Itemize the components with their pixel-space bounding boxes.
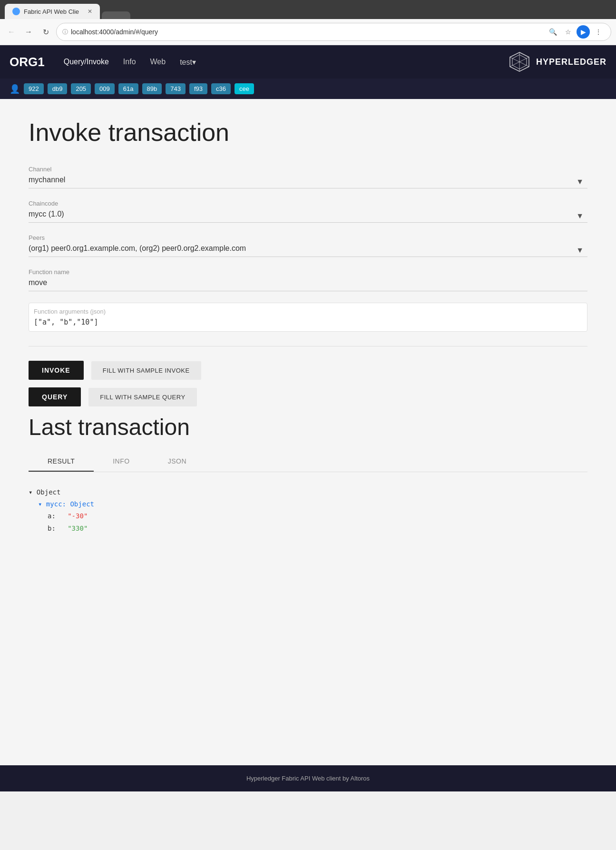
function-args-wrapper[interactable]: Function arguments (json) ["a", "b","10"… bbox=[29, 303, 587, 332]
peer-bar: 👤 922 db9 205 009 61a 89b 743 f93 c36 ce… bbox=[0, 79, 616, 99]
browser-chrome: Fabric API Web Clie ✕ bbox=[0, 0, 616, 19]
channel-label: Channel bbox=[29, 166, 587, 173]
tab-favicon bbox=[12, 8, 20, 15]
tab-info[interactable]: INFO bbox=[94, 452, 148, 472]
section-divider bbox=[29, 346, 587, 346]
peer-badge-61a[interactable]: 61a bbox=[118, 83, 138, 94]
address-input[interactable] bbox=[71, 28, 543, 36]
nav-web[interactable]: Web bbox=[150, 58, 166, 66]
main-nav: Query/Invoke Info Web test▾ bbox=[64, 58, 508, 67]
peer-badge-205[interactable]: 205 bbox=[71, 83, 91, 94]
peer-badge-db9[interactable]: db9 bbox=[48, 83, 68, 94]
tab-json[interactable]: JSON bbox=[149, 452, 205, 472]
result-b-key: b: bbox=[48, 524, 56, 532]
peer-badge-89b[interactable]: 89b bbox=[142, 83, 162, 94]
tx-result-content: ▾ Object ▾ mycc: Object a: "-30" b: "330… bbox=[29, 482, 587, 539]
chaincode-select-wrapper: mycc (1.0) ▼ bbox=[29, 210, 587, 223]
peers-field: Peers (org1) peer0.org1.example.com, (or… bbox=[29, 234, 587, 257]
bookmark-button[interactable]: ☆ bbox=[561, 25, 575, 39]
result-child: ▾ mycc: Object bbox=[38, 498, 587, 510]
peer-badge-009[interactable]: 009 bbox=[95, 83, 115, 94]
chaincode-select[interactable]: mycc (1.0) bbox=[29, 210, 587, 218]
invoke-button-row: INVOKE FILL WITH SAMPLE INVOKE bbox=[29, 361, 587, 380]
secure-icon: ⓘ bbox=[62, 28, 68, 36]
tab-close-button[interactable]: ✕ bbox=[88, 8, 92, 15]
result-a-key: a: bbox=[48, 512, 56, 520]
peer-badge-c36[interactable]: c36 bbox=[211, 83, 231, 94]
fill-invoke-button[interactable]: FILL WITH SAMPLE INVOKE bbox=[91, 361, 201, 380]
function-name-input-wrapper bbox=[29, 278, 587, 291]
peer-bar-icon: 👤 bbox=[10, 84, 20, 94]
result-b-value: "330" bbox=[68, 524, 88, 532]
forward-button[interactable]: → bbox=[22, 25, 35, 39]
peer-badge-cee[interactable]: cee bbox=[235, 83, 254, 94]
nav-test[interactable]: test▾ bbox=[180, 58, 196, 67]
channel-select[interactable]: mychannel bbox=[29, 176, 587, 184]
tab-title: Fabric API Web Clie bbox=[24, 8, 79, 15]
page-title: Invoke transaction bbox=[29, 118, 587, 147]
app-header: ORG1 Query/Invoke Info Web test▾ HYPERLE… bbox=[0, 45, 616, 79]
main-content: Invoke transaction Channel mychannel ▼ C… bbox=[0, 99, 616, 765]
cast-button[interactable]: ▶ bbox=[577, 25, 590, 39]
menu-button[interactable]: ⋮ bbox=[592, 25, 605, 39]
address-actions: 🔍 ☆ ▶ ⋮ bbox=[546, 25, 605, 39]
tab-bar: Fabric API Web Clie ✕ bbox=[5, 4, 611, 19]
org-title: ORG1 bbox=[10, 55, 45, 69]
peers-label: Peers bbox=[29, 234, 587, 241]
peer-badge-743[interactable]: 743 bbox=[166, 83, 186, 94]
hyperledger-text: HYPERLEDGER bbox=[536, 57, 606, 67]
function-name-input[interactable] bbox=[29, 278, 587, 287]
active-tab[interactable]: Fabric API Web Clie ✕ bbox=[5, 4, 100, 19]
function-args-placeholder: Function arguments (json) bbox=[34, 308, 582, 315]
address-bar[interactable]: ⓘ 🔍 ☆ ▶ ⋮ bbox=[56, 23, 611, 41]
peers-select-wrapper: (org1) peer0.org1.example.com, (org2) pe… bbox=[29, 244, 587, 257]
result-a-row: a: "-30" bbox=[48, 510, 587, 522]
result-b-row: b: "330" bbox=[48, 523, 587, 534]
tx-tabs: RESULT INFO JSON bbox=[29, 452, 587, 472]
peers-select[interactable]: (org1) peer0.org1.example.com, (org2) pe… bbox=[29, 244, 587, 252]
search-icon-btn[interactable]: 🔍 bbox=[546, 25, 559, 39]
footer-text: Hyperledger Fabric API Web client by Alt… bbox=[246, 775, 370, 782]
function-name-field: Function name bbox=[29, 268, 587, 291]
last-tx-title: Last transaction bbox=[29, 414, 587, 440]
query-button-row: QUERY FILL WITH SAMPLE QUERY bbox=[29, 387, 587, 406]
peer-badge-922[interactable]: 922 bbox=[24, 83, 44, 94]
nav-info[interactable]: Info bbox=[123, 58, 136, 66]
channel-field: Channel mychannel ▼ bbox=[29, 166, 587, 188]
nav-query-invoke[interactable]: Query/Invoke bbox=[64, 58, 109, 66]
peer-badge-f93[interactable]: f93 bbox=[189, 83, 207, 94]
chaincode-label: Chaincode bbox=[29, 200, 587, 207]
hyperledger-logo: HYPERLEDGER bbox=[508, 50, 606, 74]
back-button[interactable]: ← bbox=[5, 25, 18, 39]
hyperledger-logo-icon bbox=[508, 50, 531, 74]
function-name-label: Function name bbox=[29, 268, 587, 276]
invoke-button[interactable]: INVOKE bbox=[29, 361, 84, 380]
reload-button[interactable]: ↻ bbox=[39, 25, 52, 39]
chaincode-field: Chaincode mycc (1.0) ▼ bbox=[29, 200, 587, 223]
function-args-field: Function arguments (json) ["a", "b","10"… bbox=[29, 303, 587, 332]
browser-nav-bar: ← → ↻ ⓘ 🔍 ☆ ▶ ⋮ bbox=[0, 19, 616, 45]
query-button[interactable]: QUERY bbox=[29, 387, 81, 406]
function-args-value[interactable]: ["a", "b","10"] bbox=[34, 318, 582, 326]
fill-query-button[interactable]: FILL WITH SAMPLE QUERY bbox=[88, 388, 196, 406]
channel-select-wrapper: mychannel ▼ bbox=[29, 176, 587, 188]
result-root: ▾ Object bbox=[29, 486, 587, 498]
result-a-value: "-30" bbox=[68, 512, 88, 520]
app-footer: Hyperledger Fabric API Web client by Alt… bbox=[0, 765, 616, 791]
tab-result[interactable]: RESULT bbox=[29, 452, 94, 472]
inactive-tab[interactable] bbox=[102, 11, 130, 19]
